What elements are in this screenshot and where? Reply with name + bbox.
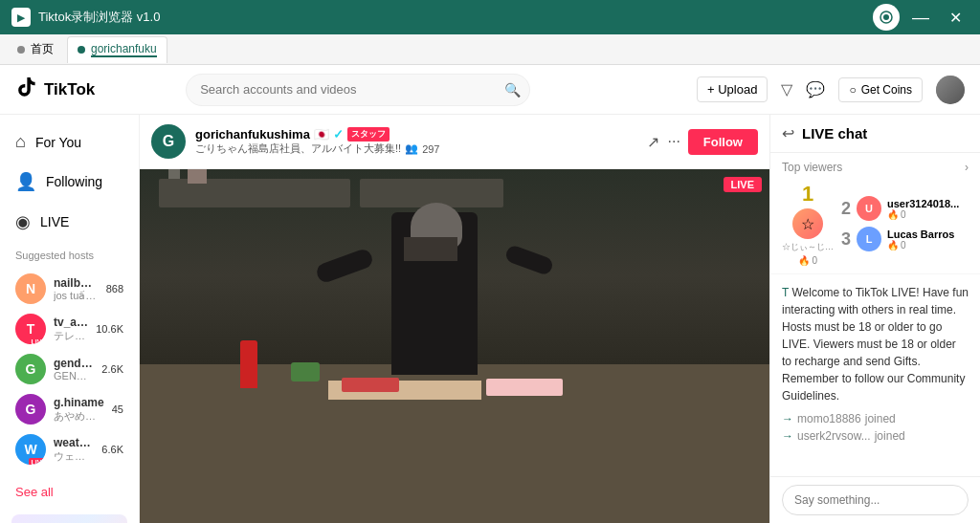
record-button[interactable]: [873, 4, 900, 31]
close-button[interactable]: ✕: [942, 4, 969, 31]
tab-home-label: 首页: [31, 41, 54, 57]
back-button[interactable]: ↩: [782, 124, 794, 142]
sidebar-item-following[interactable]: 👤 Following: [0, 162, 139, 202]
message-icon[interactable]: 💬: [806, 80, 825, 98]
viewer-info-3: Lucas Barros 🔥 0: [887, 229, 954, 251]
join-action-0: joined: [865, 412, 896, 425]
tiktok-logo-text: TikTok: [44, 80, 95, 99]
nav-right: + Upload ▽ 💬 ○ Get Coins: [697, 76, 965, 104]
title-bar-controls: — ✕: [873, 4, 969, 31]
host-count-1: 10.6K: [96, 323, 123, 335]
viewer-score-1-val: 🔥 0: [798, 255, 817, 266]
tiktok-logo[interactable]: TikTok: [15, 76, 95, 104]
shelf-item-1: [168, 169, 180, 179]
main-content: TikTok 🔍 + Upload ▽ 💬 ○ Get Coins ⌂ For …: [0, 65, 980, 523]
follow-button[interactable]: Follow: [688, 129, 758, 155]
viewer-count-icon: 👥: [405, 142, 418, 155]
host-item-0[interactable]: N nailby_jos jos tuấn thắng ✓ 868: [15, 269, 123, 309]
host-name-2: gendutpetuala...: [54, 357, 94, 370]
host-avatar-2: G: [15, 354, 46, 384]
kitchen-scene: [140, 169, 769, 523]
viewer-score-3: 🔥 0: [887, 240, 954, 251]
user-avatar[interactable]: [936, 76, 965, 104]
staff-badge: スタッフ: [347, 127, 390, 142]
following-icon: 👤: [15, 171, 36, 192]
streamer-name-text: gorichanfukushima: [195, 127, 310, 142]
home-icon: ⌂: [15, 132, 26, 152]
stream-actions: ↗ ··· Follow: [647, 129, 758, 155]
tab-live[interactable]: gorichanfuku: [67, 36, 167, 63]
chat-panel: ↩ LIVE chat Top viewers › 1 ☆ ☆じぃ～じ…: [769, 115, 980, 523]
get-coins-button[interactable]: ○ Get Coins: [838, 77, 923, 102]
host-avatar-4: W LIVE: [15, 434, 46, 465]
create-effects-button[interactable]: 🏠 Create effects: [11, 514, 127, 523]
hat-brim: [404, 237, 457, 261]
upload-button[interactable]: + Upload: [697, 76, 768, 102]
host-name-3: g.hiname: [54, 396, 104, 409]
host-sub-3: あやめのバックられ…: [54, 409, 104, 424]
food-item-pink: [486, 379, 563, 396]
live-label: LIVE: [40, 214, 69, 229]
live-badge-1: LIVE: [29, 338, 46, 344]
viewer-rank-1: 1 ☆ ☆じぃ～じ… 🔥 0: [782, 182, 834, 266]
tab-bar: 首页 gorichanfuku: [0, 34, 980, 65]
tab-home-dot: [17, 46, 25, 54]
score-fire-2: 🔥: [887, 209, 899, 220]
sidebar-item-live[interactable]: ◉ LIVE: [0, 202, 139, 242]
tab-live-dot: [78, 46, 85, 54]
streamer-desc-text: ごりちゃん福島店社員、アルバイト大募集!!: [195, 142, 401, 156]
top-viewers-more[interactable]: ›: [965, 161, 969, 174]
host-sub-1: テレ朝news【公式】: [54, 329, 88, 343]
avatar-image: [936, 76, 965, 104]
viewers-list: 1 ☆ ☆じぃ～じ… 🔥 0 2 U user312401: [782, 182, 969, 266]
shelf-item-2: [188, 169, 207, 184]
tiktok-logo-icon: [15, 76, 38, 104]
see-all-link[interactable]: See all: [0, 477, 139, 507]
viewer-avatar-2: U: [857, 196, 881, 221]
share-button[interactable]: ↗: [647, 133, 659, 151]
live-badge: LIVE: [724, 177, 762, 192]
red-bottle: [240, 340, 257, 388]
search-input[interactable]: [186, 74, 530, 106]
app-title: Tiktok录制浏览器 v1.0: [38, 9, 160, 26]
host-info-0: nailby_jos jos tuấn thắng ✓: [54, 276, 99, 302]
title-bar-left: ▶ Tiktok录制浏览器 v1.0: [11, 8, 160, 27]
more-button[interactable]: ···: [667, 133, 679, 150]
host-item-3[interactable]: G g.hiname あやめのバックられ… 45: [15, 389, 123, 429]
join-action-1: joined: [875, 429, 905, 443]
tab-home[interactable]: 首页: [8, 36, 63, 63]
join-msg-1: → userk2rvsow... joined: [782, 429, 969, 443]
green-food: [291, 362, 320, 381]
chat-input[interactable]: [782, 485, 969, 515]
host-item-2[interactable]: G gendutpetuala... GENDUT PETUALANG 2.6K: [15, 349, 123, 389]
host-count-0: 868: [106, 283, 123, 294]
viewer-count-text: 297: [422, 143, 439, 155]
app-icon: ▶: [11, 8, 31, 27]
flag-icon: 🇯🇵: [314, 127, 329, 142]
filter-icon: ▽: [781, 80, 792, 98]
host-info-3: g.hiname あやめのバックられ…: [54, 396, 104, 424]
coins-icon: ○: [849, 83, 856, 97]
viewer-name-3: Lucas Barros: [887, 229, 954, 240]
host-count-2: 2.6K: [101, 363, 123, 375]
content-area: ⌂ For You 👤 Following ◉ LIVE Suggested h…: [0, 115, 980, 523]
suggested-hosts: Suggested hosts N nailby_jos jos tuấn th…: [0, 242, 139, 477]
top-viewers-label: Top viewers: [782, 161, 842, 174]
host-name-0: nailby_jos: [54, 276, 99, 290]
left-sidebar: ⌂ For You 👤 Following ◉ LIVE Suggested h…: [0, 115, 140, 523]
streamer-desc: ごりちゃん福島店社員、アルバイト大募集!! 👥 297: [195, 142, 637, 156]
search-button[interactable]: 🔍: [504, 82, 521, 98]
host-item-4[interactable]: W LIVE weatherne... ウェザーニュースLIVE 6.6K: [15, 429, 123, 469]
live-icon: ◉: [15, 211, 31, 232]
join-arrow-1: →: [782, 429, 793, 443]
host-item-1[interactable]: T LIVE tv_asahi_n... テレ朝news【公式】 10.6K: [15, 309, 123, 349]
host-sub-0: jos tuấn thắng ✓: [54, 290, 99, 302]
minimize-button[interactable]: —: [907, 4, 934, 31]
sidebar-item-for-you[interactable]: ⌂ For You: [0, 122, 139, 162]
streamer-info: gorichanfukushima 🇯🇵 ✓ スタッフ ごりちゃん福島店社員、ア…: [195, 127, 637, 156]
stream-header: G gorichanfukushima 🇯🇵 ✓ スタッフ ごりちゃん福島店社員…: [140, 115, 769, 169]
host-avatar-0: N: [15, 273, 46, 304]
host-count-3: 45: [112, 403, 123, 415]
chat-title: LIVE chat: [802, 125, 969, 142]
viewer-avatar-3: L: [857, 227, 881, 251]
